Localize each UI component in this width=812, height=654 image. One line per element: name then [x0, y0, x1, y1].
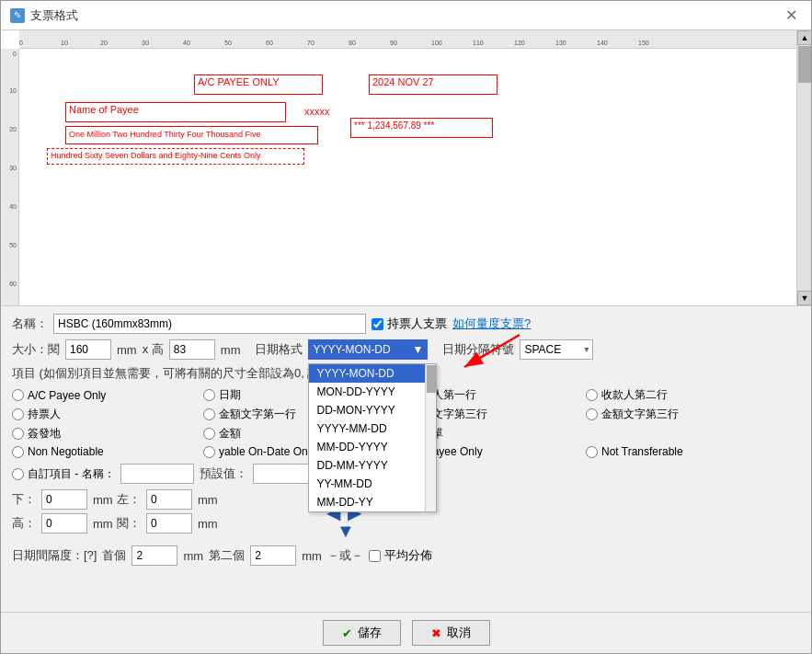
dropdown-option-4[interactable]: MM-DD-YYYY — [309, 438, 436, 456]
down-input[interactable] — [41, 489, 87, 510]
radio-ac-payee-input[interactable] — [12, 389, 24, 401]
items-label: 項目 (如個別項目並無需要，可將有關的尺寸全部設為0, 該項目將 — [12, 365, 355, 382]
radio-date-input[interactable] — [203, 389, 215, 401]
amount-num-field: *** 1,234,567.89 *** — [350, 118, 493, 138]
radio-payee-line2-input[interactable] — [586, 389, 598, 401]
window-title: 支票格式 — [30, 7, 78, 24]
mm1-label: mm — [117, 343, 137, 357]
dropdown-option-7[interactable]: MM-DD-YY — [309, 493, 436, 511]
dropdown-option-3[interactable]: YYYY-MM-DD — [309, 419, 436, 438]
preview-scrollbar[interactable]: ▲ ▼ — [796, 30, 811, 305]
high-label: 高： — [12, 515, 36, 532]
avg-check-label[interactable]: 平均分佈 — [369, 547, 432, 564]
xxxxx-field: xxxxx — [304, 106, 330, 117]
size-label: 大小：閱 — [12, 341, 60, 358]
ruler-left: 0 10 20 30 40 50 60 — [1, 49, 19, 305]
cancel-icon: ✖ — [431, 626, 441, 640]
custom-name-input[interactable] — [120, 464, 194, 484]
radio-non-negotiable-input[interactable] — [12, 446, 24, 458]
date-format-wrapper: YYYY-MON-DD ▼ YYYY-MON-DD MON-DD-YYYY DD… — [308, 339, 428, 360]
separator-wrapper: SPACE , - / . ▼ — [520, 339, 593, 360]
name-input[interactable] — [53, 314, 366, 334]
close-button[interactable]: ✕ — [780, 5, 802, 27]
or-label: －或－ — [327, 547, 363, 564]
first-interval-input[interactable] — [132, 545, 177, 566]
check-preview-area: ▲ ▼ 0 10 20 30 40 50 60 70 80 90 100 110… — [1, 30, 811, 306]
dropdown-option-6[interactable]: YY-MM-DD — [309, 475, 436, 493]
second-interval-input[interactable] — [250, 545, 296, 566]
measure-link[interactable]: 如何量度支票? — [452, 316, 531, 332]
dropdown-option-2[interactable]: DD-MON-YYYY — [309, 401, 436, 419]
radio-amount-text3[interactable]: 金額文字第三行 — [586, 407, 770, 422]
radio-custom[interactable]: 自訂項目 - 名稱： — [12, 466, 115, 482]
default-value-label: 預設值： — [200, 465, 247, 482]
width-input2[interactable] — [146, 513, 192, 534]
title-bar-left: ✎ 支票格式 — [10, 7, 78, 24]
ruler-top: 0 10 20 30 40 50 60 70 80 90 100 110 120… — [19, 30, 796, 49]
sep-label: 日期分隔符號 — [442, 341, 514, 358]
down-label: 下： — [12, 491, 36, 508]
radio-amount-text1-input[interactable] — [203, 408, 215, 420]
radio-payable-on-date-input[interactable] — [203, 446, 215, 458]
holder-checkbox[interactable] — [372, 318, 383, 330]
payee-name-field: Name of Payee — [65, 102, 286, 122]
second-label: 第二個 — [209, 547, 245, 564]
dropdown-option-5[interactable]: DD-MM-YYYY — [309, 456, 436, 475]
radio-custom-input[interactable] — [12, 468, 24, 480]
radio-sign-place[interactable]: 簽發地 — [12, 426, 196, 442]
left-label: 左： — [117, 491, 141, 508]
size-row: 大小：閱 mm x 高 mm 日期格式 YYYY-MON-DD ▼ YYYY-M… — [12, 339, 800, 360]
app-icon: ✎ — [10, 8, 25, 23]
radio-non-negotiable[interactable]: Non Negotiable — [12, 445, 196, 458]
name-row: 名稱： 持票人支票 如何量度支票? — [12, 314, 800, 334]
amount-words-field: Hundred Sixty Seven Dollars and Eighty-N… — [47, 148, 304, 165]
first-label: 首個 — [102, 547, 126, 564]
holder-check-label[interactable]: 持票人支票 — [372, 316, 447, 332]
dropdown-option-0[interactable]: YYYY-MON-DD — [309, 364, 436, 383]
width-label2: 閱： — [117, 515, 141, 532]
ac-payee-field: A/C PAYEE ONLY — [194, 75, 323, 95]
high-input[interactable] — [41, 513, 87, 534]
dropdown-scrollbar[interactable] — [425, 364, 436, 511]
title-bar: ✎ 支票格式 ✕ — [1, 1, 811, 30]
radio-not-transferable-input[interactable] — [586, 446, 598, 458]
position-grid: 下： mm 左： mm 高： mm 閱： mm — [12, 489, 216, 534]
radio-not-transferable[interactable]: Not Transferable — [586, 445, 770, 458]
main-window: ✎ 支票格式 ✕ ▲ ▼ 0 10 20 30 40 50 60 70 80 9… — [0, 0, 812, 654]
check-content: A/C PAYEE ONLY 2024 NOV 27 Name of Payee… — [19, 49, 796, 305]
separator-select[interactable]: SPACE , - / . — [520, 339, 593, 360]
radio-payee-line2[interactable]: 收款人第二行 — [586, 387, 770, 403]
height-input[interactable] — [169, 339, 215, 360]
save-button[interactable]: ✔ 儲存 — [323, 620, 401, 646]
save-icon: ✔ — [342, 626, 352, 640]
bottom-bar: ✔ 儲存 ✖ 取消 — [1, 612, 811, 653]
dropdown-option-1[interactable]: MON-DD-YYYY — [309, 383, 436, 401]
height-label: x 高 — [143, 341, 164, 358]
mm2-label: mm — [221, 343, 241, 357]
avg-checkbox[interactable] — [369, 550, 381, 562]
radio-sign-place-input[interactable] — [12, 428, 24, 440]
radio-ac-payee[interactable]: A/C Payee Only — [12, 387, 196, 403]
dropdown-scroll-thumb[interactable] — [427, 365, 436, 393]
date-format-dropdown[interactable]: YYYY-MON-DD MON-DD-YYYY DD-MON-YYYY YYYY… — [308, 363, 437, 512]
interval-label: 日期間隔度：[?] — [12, 547, 97, 564]
left-input[interactable] — [146, 489, 192, 510]
radio-amount-input[interactable] — [203, 428, 215, 440]
dropdown-arrow: ▼ — [413, 343, 424, 356]
radio-holder[interactable]: 持票人 — [12, 407, 196, 422]
scroll-thumb[interactable] — [798, 46, 811, 83]
controls-area: 名稱： 持票人支票 如何量度支票? 大小：閱 mm x 高 mm 日期格式 YY… — [1, 306, 811, 612]
date-field: 2024 NOV 27 — [369, 75, 497, 95]
date-interval-row: 日期間隔度：[?] 首個 mm 第二個 mm －或－ 平均分佈 — [12, 545, 800, 566]
date-format-label: 日期格式 — [255, 341, 303, 358]
radio-amount-text3-input[interactable] — [586, 408, 598, 420]
cancel-button[interactable]: ✖ 取消 — [412, 620, 490, 646]
scroll-up-arrow[interactable]: ▲ — [797, 30, 811, 45]
scroll-down-arrow[interactable]: ▼ — [797, 291, 811, 305]
date-format-select[interactable]: YYYY-MON-DD ▼ — [308, 339, 428, 360]
width-input[interactable] — [65, 339, 111, 360]
amount-text-field: One Million Two Hundred Thirty Four Thou… — [65, 126, 318, 144]
nav-down-button[interactable]: ▼ — [337, 522, 355, 540]
name-label: 名稱： — [12, 316, 48, 332]
radio-holder-input[interactable] — [12, 408, 24, 420]
